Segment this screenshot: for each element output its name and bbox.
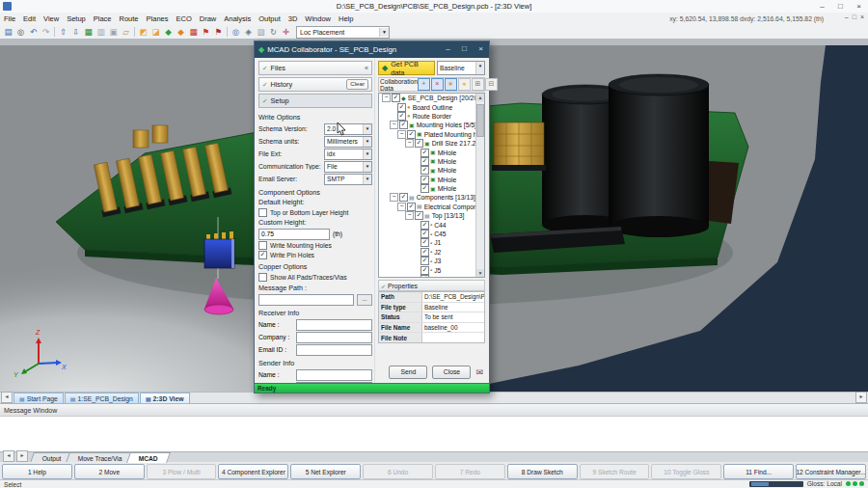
menu-analysis[interactable]: Analysis: [220, 14, 255, 25]
tab-scroll-right-icon[interactable]: ►: [855, 392, 867, 403]
scrollbar-thumb[interactable]: [476, 104, 484, 137]
send-button[interactable]: Send: [389, 366, 427, 379]
tree-checkbox[interactable]: ✓: [415, 139, 423, 148]
tree-checkbox[interactable]: ✓: [407, 130, 416, 139]
menu-route[interactable]: Route: [116, 14, 143, 25]
sheet-icon[interactable]: ▨: [255, 26, 267, 39]
tree-item-c44[interactable]: ✓▪C44: [379, 220, 484, 229]
chevron-down-icon[interactable]: ▼: [363, 124, 371, 134]
mdi-close-icon[interactable]: ×: [860, 14, 864, 20]
tree-item-mounting-holes-5-5[interactable]: −✓▣Mounting Holes [5/5]: [379, 121, 484, 129]
menu-window[interactable]: Window: [301, 14, 335, 25]
undo-icon[interactable]: ↶: [27, 26, 40, 39]
write-pin-holes-checkbox[interactable]: ✓Write Pin Holes: [258, 250, 372, 259]
tree-expander-icon[interactable]: −: [405, 211, 414, 220]
schema-units-combo[interactable]: Millimeters▼: [324, 136, 372, 148]
tree-item-route-border[interactable]: ✓●Route Border: [379, 112, 484, 121]
tree-checkbox[interactable]: ✓: [420, 257, 429, 265]
tree-item-components-13-13[interactable]: −✓▤Components [13/13]: [379, 193, 484, 202]
baseline-combo[interactable]: Baseline ▼: [437, 61, 485, 75]
write-mounting-holes-checkbox[interactable]: Write Mounting Holes: [258, 240, 372, 250]
zoom-icon[interactable]: ◎: [230, 26, 242, 39]
tree-item-mhole[interactable]: ✓▣MHole: [379, 166, 484, 175]
message-window-body[interactable]: [0, 416, 868, 452]
tree-checkbox[interactable]: ✓: [399, 121, 408, 129]
minimize-icon[interactable]: –: [813, 0, 831, 13]
tree-checkbox[interactable]: ✓: [415, 211, 423, 220]
tree-checkbox[interactable]: ✓: [420, 230, 429, 238]
dialog-close-icon[interactable]: ×: [473, 41, 489, 58]
tree-expander-icon[interactable]: −: [405, 139, 414, 148]
fkey-11-find[interactable]: 11 Find...: [723, 464, 794, 479]
tree-expander-icon[interactable]: −: [397, 203, 406, 211]
dialog-titlebar[interactable]: ◆ MCAD Collaborator - SE_PCB_Design – □ …: [255, 41, 489, 58]
fkey-12-constraint-manager[interactable]: 12 Constraint Manager...: [796, 464, 866, 479]
checkbox[interactable]: [258, 208, 267, 217]
receiver-name-input[interactable]: [296, 319, 372, 331]
place-part-icon[interactable]: ⇧: [57, 26, 69, 39]
capacitor-2[interactable]: [609, 74, 709, 237]
file-ext-combo[interactable]: idx▼: [324, 149, 372, 160]
add-part-icon[interactable]: ◆: [162, 26, 175, 39]
tree-item-mhole[interactable]: ✓▣MHole: [379, 148, 484, 156]
menu-place[interactable]: Place: [90, 14, 116, 25]
tree-item-plated-mounting-holes[interactable]: −✓▣Plated Mounting holes: [379, 130, 484, 139]
modify-button[interactable]: ∗: [445, 78, 457, 91]
mdi-minimize-icon[interactable]: –: [845, 14, 849, 20]
chevron-down-icon[interactable]: ▼: [363, 175, 371, 184]
save-icon[interactable]: ▤: [2, 26, 14, 39]
setup-accordion[interactable]: ✓ Setup: [258, 94, 372, 108]
tree-item-j6[interactable]: ✓▪J6: [379, 275, 484, 278]
scroll-down-icon[interactable]: ▼: [476, 269, 484, 277]
menu-planes[interactable]: Planes: [143, 14, 173, 25]
fkey-4-component-explorer[interactable]: 4 Component Explorer: [218, 464, 288, 479]
pin-header[interactable]: [492, 122, 546, 171]
menu-3d[interactable]: 3D: [285, 14, 302, 25]
files-accordion[interactable]: ✓ Files «: [258, 61, 372, 75]
dock-scroll-left-icon[interactable]: ◄: [3, 450, 14, 462]
tree-item-j3[interactable]: ✓▪J3: [379, 257, 484, 265]
move-part-icon[interactable]: ◆: [175, 26, 187, 39]
tree-item-mhole[interactable]: ✓▣MHole: [379, 176, 484, 184]
forward-annotate-icon[interactable]: ◩: [137, 26, 149, 39]
tree-checkbox[interactable]: ✓: [420, 238, 429, 247]
tree-item-j2[interactable]: ✓▪J2: [379, 248, 484, 257]
fkey-2-move[interactable]: 2 Move: [74, 464, 145, 479]
chevron-down-icon[interactable]: ▼: [363, 137, 371, 147]
mdi-restore-icon[interactable]: □: [853, 14, 856, 20]
checkbox[interactable]: [258, 241, 267, 250]
tree-item-j1[interactable]: ✓▪J1: [379, 238, 484, 247]
property-value[interactable]: Baseline: [422, 303, 484, 312]
menu-edit[interactable]: Edit: [19, 14, 40, 25]
tree-checkbox[interactable]: ✓: [420, 221, 429, 230]
collapse-chevron-icon[interactable]: «: [365, 65, 368, 71]
tree-checkbox[interactable]: ✓: [420, 176, 429, 184]
tree-checkbox[interactable]: ✓: [420, 157, 429, 166]
highlight-bulb-button[interactable]: ●: [458, 78, 471, 91]
tree-expander-icon[interactable]: −: [390, 193, 398, 202]
show-pads-checkbox[interactable]: Show All Pads/Traces/Vias: [258, 272, 372, 282]
tab-scroll-left-icon[interactable]: ◄: [1, 392, 13, 403]
tree-scrollbar[interactable]: ▲ ▼: [475, 94, 484, 277]
paste-icon[interactable]: ▱: [120, 26, 132, 39]
back-annotate-icon[interactable]: ◪: [149, 26, 162, 39]
fkey-5-net-explorer[interactable]: 5 Net Explorer: [290, 464, 361, 479]
tree-checkbox[interactable]: ✓: [420, 266, 429, 275]
board-view-icon[interactable]: ▦: [82, 26, 95, 39]
menu-help[interactable]: Help: [335, 14, 357, 25]
tree-item-board-outline[interactable]: ✓●Board Outline: [379, 102, 484, 111]
tree-checkbox[interactable]: ✓: [397, 112, 406, 121]
search-icon[interactable]: ◎: [14, 26, 27, 39]
menu-setup[interactable]: Setup: [63, 14, 90, 25]
rotate-icon[interactable]: ↻: [267, 26, 280, 39]
message-path-input[interactable]: [258, 294, 354, 306]
tree-item-se-pcb-design-20-20[interactable]: −✓◆SE_PCB_Design [20/20]: [379, 94, 484, 102]
chevron-down-icon[interactable]: ▼: [379, 28, 389, 37]
message-window-header[interactable]: Message Window: [0, 403, 868, 417]
scroll-up-icon[interactable]: ▲: [476, 94, 484, 101]
fkey-8-draw-sketch[interactable]: 8 Draw Sketch: [507, 464, 578, 479]
chevron-down-icon[interactable]: ▼: [475, 62, 484, 74]
add-button[interactable]: +: [418, 78, 430, 91]
tree-expander-icon[interactable]: −: [382, 94, 391, 102]
receiver-company-input[interactable]: [296, 332, 372, 343]
